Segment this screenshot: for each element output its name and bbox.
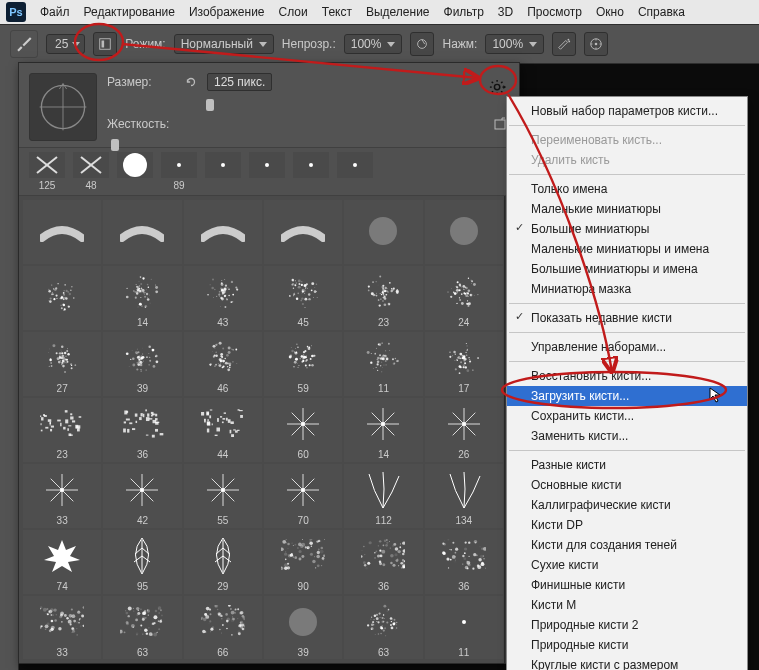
ctx-item[interactable]: Финишные кисти	[507, 575, 747, 595]
brush-cell[interactable]: 63	[344, 596, 422, 659]
panel-gear-icon[interactable]	[489, 79, 507, 97]
brush-cell[interactable]: 45	[264, 266, 342, 330]
ctx-item[interactable]: Кисти DP	[507, 515, 747, 535]
menu-view[interactable]: Просмотр	[527, 5, 582, 19]
ctx-item[interactable]: Основные кисти	[507, 475, 747, 495]
brush-cell[interactable]: 42	[103, 464, 181, 528]
brush-cell[interactable]: 90	[264, 530, 342, 594]
brush-cell[interactable]	[264, 200, 342, 264]
ctx-item[interactable]: Кисти M	[507, 595, 747, 615]
ctx-item[interactable]: Круглые кисти с размером	[507, 655, 747, 670]
brush-cell[interactable]: 23	[23, 398, 101, 462]
flow-input[interactable]: 100%	[485, 34, 544, 54]
brush-cell[interactable]: 59	[264, 332, 342, 396]
brush-cell[interactable]: 36	[103, 398, 181, 462]
brush-cell[interactable]	[184, 200, 262, 264]
new-preset-icon[interactable]	[493, 117, 507, 131]
brush-tip-preview[interactable]	[29, 73, 97, 141]
brush-panel-context-menu[interactable]: Новый набор параметров кисти...Переимено…	[506, 96, 748, 670]
brush-cell[interactable]: 66	[184, 596, 262, 659]
ctx-item[interactable]: Природные кисти	[507, 635, 747, 655]
ctx-item[interactable]: Новый набор параметров кисти...	[507, 101, 747, 121]
ctx-item[interactable]: Большие миниатюры	[507, 219, 747, 239]
brush-cell[interactable]: 60	[264, 398, 342, 462]
ctx-item[interactable]: Маленькие миниатюры и имена	[507, 239, 747, 259]
brush-cell[interactable]: 46	[184, 332, 262, 396]
ctx-item[interactable]: Каллиграфические кисти	[507, 495, 747, 515]
brush-cell[interactable]: 27	[23, 332, 101, 396]
brush-cell[interactable]: 70	[264, 464, 342, 528]
tool-strip[interactable]	[0, 62, 19, 670]
tablet-pressure-opacity-icon[interactable]	[410, 32, 434, 56]
recent-brush-chip[interactable]	[247, 152, 287, 191]
brush-cell[interactable]: 29	[184, 530, 262, 594]
brush-panel-toggle-icon[interactable]	[93, 32, 117, 56]
brush-cell[interactable]: 55	[184, 464, 262, 528]
menu-file[interactable]: Файл	[40, 5, 70, 19]
ctx-item[interactable]: Восстановить кисти...	[507, 366, 747, 386]
recent-brush-chip[interactable]: 89	[159, 152, 199, 191]
brush-cell[interactable]: 14	[103, 266, 181, 330]
brush-cell[interactable]: 14	[344, 398, 422, 462]
recent-brush-chip[interactable]: 125	[27, 152, 67, 191]
recent-brush-chip[interactable]: 48	[71, 152, 111, 191]
brush-cell[interactable]: 17	[425, 332, 503, 396]
ctx-item[interactable]: Большие миниатюры и имена	[507, 259, 747, 279]
brush-cell[interactable]: 44	[184, 398, 262, 462]
menu-type[interactable]: Текст	[322, 5, 352, 19]
menu-filter[interactable]: Фильтр	[444, 5, 484, 19]
brush-cell[interactable]: 26	[425, 398, 503, 462]
brush-cell[interactable]: 134	[425, 464, 503, 528]
ctx-item[interactable]: Только имена	[507, 179, 747, 199]
brush-cell[interactable]: 63	[103, 596, 181, 659]
brush-cell[interactable]: 11	[344, 332, 422, 396]
ctx-item[interactable]: Сохранить кисти...	[507, 406, 747, 426]
brush-cell[interactable]: 23	[344, 266, 422, 330]
opacity-input[interactable]: 100%	[344, 34, 403, 54]
ctx-item[interactable]: Загрузить кисти...	[507, 386, 747, 406]
brush-cell[interactable]	[103, 200, 181, 264]
ctx-item[interactable]: Кисти для создания теней	[507, 535, 747, 555]
brush-cell[interactable]: 33	[23, 464, 101, 528]
brush-cell[interactable]	[344, 200, 422, 264]
brush-grid[interactable]: 1443452324273946591117233644601426334255…	[23, 200, 503, 659]
brush-cell[interactable]: 74	[23, 530, 101, 594]
brush-size-picker[interactable]: 25	[46, 34, 85, 54]
brush-tool-icon[interactable]	[10, 30, 38, 58]
reset-size-icon[interactable]	[183, 74, 199, 90]
ctx-item[interactable]: Миниатюра мазка	[507, 279, 747, 299]
size-value[interactable]: 125 пикс.	[207, 73, 272, 91]
menu-image[interactable]: Изображение	[189, 5, 265, 19]
recent-brush-chip[interactable]	[291, 152, 331, 191]
brush-cell[interactable]: 43	[184, 266, 262, 330]
menu-edit[interactable]: Редактирование	[84, 5, 175, 19]
ctx-item[interactable]: Заменить кисти...	[507, 426, 747, 446]
recent-brush-chip[interactable]	[203, 152, 243, 191]
brush-cell[interactable]: 11	[425, 596, 503, 659]
menu-help[interactable]: Справка	[638, 5, 685, 19]
brush-cell[interactable]: 95	[103, 530, 181, 594]
ctx-item[interactable]: Управление наборами...	[507, 337, 747, 357]
brush-cell[interactable]: 24	[425, 266, 503, 330]
menu-window[interactable]: Окно	[596, 5, 624, 19]
brush-cell[interactable]	[23, 200, 101, 264]
brush-cell[interactable]: 39	[264, 596, 342, 659]
menu-select[interactable]: Выделение	[366, 5, 430, 19]
brush-cell[interactable]: 39	[103, 332, 181, 396]
ctx-item[interactable]: Маленькие миниатюры	[507, 199, 747, 219]
brush-cell[interactable]: 36	[344, 530, 422, 594]
ctx-item[interactable]: Природные кисти 2	[507, 615, 747, 635]
menu-3d[interactable]: 3D	[498, 5, 513, 19]
brush-cell[interactable]: 33	[23, 596, 101, 659]
blend-mode-select[interactable]: Нормальный	[174, 34, 274, 54]
recent-brush-chip[interactable]	[115, 152, 155, 191]
ctx-item[interactable]: Показать недавние кисти	[507, 308, 747, 328]
menu-layer[interactable]: Слои	[279, 5, 308, 19]
recent-brush-chip[interactable]	[335, 152, 375, 191]
ctx-item[interactable]: Сухие кисти	[507, 555, 747, 575]
brush-cell[interactable]	[23, 266, 101, 330]
airbrush-icon[interactable]	[552, 32, 576, 56]
ctx-item[interactable]: Разные кисти	[507, 455, 747, 475]
brush-cell[interactable]: 36	[425, 530, 503, 594]
brush-cell[interactable]: 112	[344, 464, 422, 528]
